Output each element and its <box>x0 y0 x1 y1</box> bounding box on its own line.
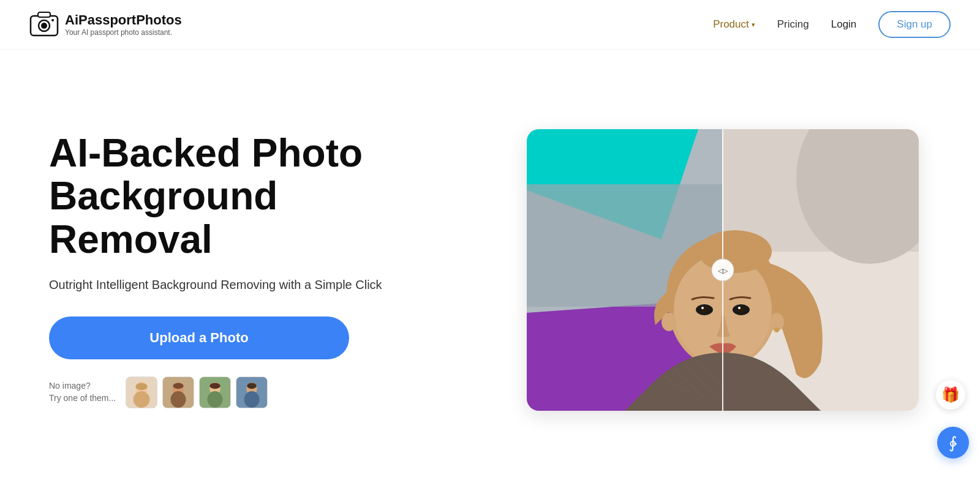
sample-section: No image?Try one of them... <box>49 376 417 408</box>
compare-svg: ◁▷ <box>527 129 919 411</box>
svg-point-38 <box>701 307 704 309</box>
sample-thumb-3[interactable] <box>199 376 231 408</box>
svg-point-11 <box>171 391 186 408</box>
sample-thumb-4[interactable] <box>236 376 268 408</box>
image-compare: ◁▷ <box>527 129 919 411</box>
sample-thumb-1[interactable] <box>126 376 157 408</box>
svg-point-4 <box>51 19 54 21</box>
logo-subtitle: Your AI passport photo assistant. <box>65 28 182 37</box>
chat-button[interactable]: ∳ <box>937 427 969 459</box>
compare-image: ◁▷ <box>527 129 919 411</box>
svg-point-16 <box>210 383 221 389</box>
gift-icon: 🎁 <box>941 386 960 403</box>
hero-title: AI-Backed Photo Background Removal <box>49 132 417 261</box>
nav-login[interactable]: Login <box>831 18 857 31</box>
camera-icon <box>29 10 59 39</box>
svg-point-41 <box>738 307 741 309</box>
logo[interactable]: AiPassportPhotos Your AI passport photo … <box>29 10 182 39</box>
signup-button[interactable]: Sign up <box>878 11 951 38</box>
svg-point-8 <box>136 383 148 391</box>
svg-text:◁▷: ◁▷ <box>718 267 728 274</box>
left-section: AI-Backed Photo Background Removal Outri… <box>49 132 417 408</box>
svg-point-44 <box>662 313 676 331</box>
header: AiPassportPhotos Your AI passport photo … <box>0 0 980 50</box>
svg-point-15 <box>208 391 223 408</box>
svg-rect-3 <box>38 12 50 17</box>
logo-title: AiPassportPhotos <box>65 12 182 28</box>
logo-text: AiPassportPhotos Your AI passport photo … <box>65 12 182 37</box>
svg-point-12 <box>173 383 184 389</box>
chevron-down-icon: ▾ <box>752 21 755 29</box>
svg-point-43 <box>774 328 779 332</box>
gift-button[interactable]: 🎁 <box>936 380 965 410</box>
svg-point-35 <box>698 230 772 273</box>
sample-thumb-2[interactable] <box>162 376 194 408</box>
chat-icon: ∳ <box>949 433 957 452</box>
svg-point-20 <box>247 383 257 389</box>
sample-thumbnails <box>126 376 268 408</box>
svg-point-2 <box>41 23 47 29</box>
nav: Product ▾ Pricing Login Sign up <box>713 11 951 38</box>
upload-button[interactable]: Upload a Photo <box>49 316 349 359</box>
nav-product[interactable]: Product ▾ <box>713 18 755 31</box>
no-image-text: No image?Try one of them... <box>49 380 116 404</box>
main-content: AI-Backed Photo Background Removal Outri… <box>0 50 980 478</box>
nav-pricing[interactable]: Pricing <box>777 18 809 31</box>
svg-point-7 <box>134 391 150 408</box>
right-section: ◁▷ <box>527 129 931 411</box>
hero-subtitle: Outright Intelligent Background Removing… <box>49 278 417 292</box>
svg-point-19 <box>244 391 260 408</box>
